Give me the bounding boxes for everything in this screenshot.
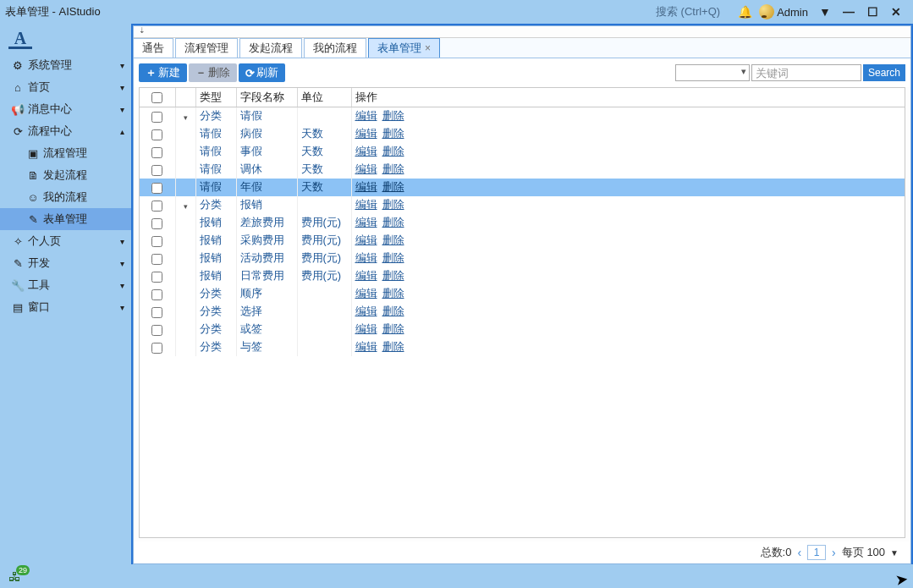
edit-link[interactable]: 编辑	[355, 269, 377, 282]
table-row[interactable]: 请假病假天数编辑删除	[140, 125, 905, 143]
filter-select[interactable]	[675, 64, 750, 81]
table-row[interactable]: ▾分类报销编辑删除	[140, 196, 905, 214]
table-row[interactable]: 请假年假天数编辑删除	[140, 179, 905, 196]
table-row[interactable]: 报销采购费用费用(元)编辑删除	[140, 232, 905, 250]
edit-link[interactable]: 编辑	[355, 216, 377, 228]
row-checkbox[interactable]	[151, 236, 162, 247]
sidebar-item[interactable]: ✎表单管理	[0, 208, 131, 230]
delete-button[interactable]: －删除	[189, 63, 237, 82]
sidebar-item[interactable]: ☺我的流程	[0, 186, 131, 208]
delete-link[interactable]: 删除	[382, 109, 404, 122]
edit-link[interactable]: 编辑	[355, 322, 377, 335]
table-row[interactable]: 分类或签编辑删除	[140, 321, 905, 338]
delete-link[interactable]: 删除	[382, 269, 404, 282]
col-action[interactable]: 操作	[351, 88, 905, 107]
delete-link[interactable]: 删除	[382, 234, 404, 246]
row-checkbox[interactable]	[151, 325, 162, 336]
col-type[interactable]: 类型	[195, 88, 236, 107]
delete-link[interactable]: 删除	[382, 251, 404, 264]
refresh-button[interactable]: ⟳刷新	[239, 63, 285, 82]
delete-link[interactable]: 删除	[382, 287, 404, 299]
edit-link[interactable]: 编辑	[355, 340, 377, 353]
row-checkbox[interactable]	[151, 165, 162, 176]
table-row[interactable]: 报销日常费用费用(元)编辑删除	[140, 267, 905, 285]
select-all-checkbox[interactable]	[151, 92, 162, 103]
table-row[interactable]: ▾分类请假编辑删除	[140, 107, 905, 125]
tab[interactable]: 通告	[134, 38, 173, 58]
table-row[interactable]: 请假事假天数编辑删除	[140, 143, 905, 161]
sidebar-item[interactable]: ▤窗口▾	[0, 296, 131, 318]
delete-link[interactable]: 删除	[382, 322, 404, 335]
sidebar-item[interactable]: 📢消息中心▾	[0, 98, 131, 120]
avatar[interactable]	[759, 4, 774, 19]
sidebar-item[interactable]: ✧个人页▾	[0, 230, 131, 252]
sidebar-item[interactable]: 🗎发起流程	[0, 164, 131, 186]
edit-link[interactable]: 编辑	[355, 287, 377, 299]
row-checkbox[interactable]	[151, 112, 162, 123]
row-checkbox[interactable]	[151, 218, 162, 229]
col-name[interactable]: 字段名称	[236, 88, 297, 107]
delete-link[interactable]: 删除	[382, 340, 404, 353]
row-checkbox[interactable]	[151, 307, 162, 318]
table-row[interactable]: 请假调休天数编辑删除	[140, 161, 905, 179]
delete-link[interactable]: 删除	[382, 145, 404, 157]
row-checkbox[interactable]	[151, 147, 162, 158]
row-checkbox[interactable]	[151, 183, 162, 194]
row-checkbox[interactable]	[151, 289, 162, 300]
pager-per-page-dropdown-icon[interactable]: ▼	[890, 548, 899, 558]
notification-tray-icon[interactable]: 🖧29	[8, 569, 21, 584]
row-checkbox[interactable]	[151, 343, 162, 354]
maximize-button[interactable]: ☐	[861, 3, 884, 20]
sidebar-item[interactable]: ⌂首页▾	[0, 76, 131, 98]
bell-icon[interactable]: 🔔	[738, 5, 752, 19]
sidebar-item[interactable]: ⟳流程中心▴	[0, 120, 131, 142]
col-unit[interactable]: 单位	[297, 88, 351, 107]
delete-link[interactable]: 删除	[382, 216, 404, 228]
minimize-button[interactable]: —	[837, 3, 861, 20]
search-button[interactable]: Search	[863, 64, 905, 81]
row-checkbox[interactable]	[151, 129, 162, 140]
tab[interactable]: 我的流程	[304, 38, 366, 58]
delete-link[interactable]: 删除	[382, 305, 404, 317]
edit-link[interactable]: 编辑	[355, 234, 377, 246]
edit-link[interactable]: 编辑	[355, 162, 377, 175]
row-checkbox[interactable]	[151, 201, 162, 212]
delete-link[interactable]: 删除	[382, 198, 404, 211]
tab-close-icon[interactable]: ×	[425, 42, 431, 54]
edit-link[interactable]: 编辑	[355, 198, 377, 211]
search-input[interactable]	[751, 64, 861, 81]
pager-per-page[interactable]: 每页 100	[842, 545, 885, 560]
app-logo[interactable]: A	[8, 29, 32, 49]
tab[interactable]: 发起流程	[239, 38, 302, 58]
edit-link[interactable]: 编辑	[355, 109, 377, 122]
edit-link[interactable]: 编辑	[355, 251, 377, 264]
global-search-hint[interactable]: 搜索 (Ctrl+Q)	[656, 4, 720, 19]
new-button[interactable]: ＋新建	[139, 63, 187, 82]
edit-link[interactable]: 编辑	[355, 127, 377, 140]
delete-link[interactable]: 删除	[382, 162, 404, 175]
menu-down-icon[interactable]: ▼	[813, 3, 837, 20]
username[interactable]: Admin	[777, 6, 808, 19]
expander-icon[interactable]: ▾	[181, 202, 190, 211]
edit-link[interactable]: 编辑	[355, 305, 377, 317]
close-button[interactable]: ✕	[884, 3, 908, 20]
tab[interactable]: 流程管理	[175, 38, 238, 58]
expander-icon[interactable]: ▾	[181, 113, 190, 122]
pager-prev[interactable]: ‹	[795, 546, 804, 559]
sidebar-item[interactable]: ▣流程管理	[0, 142, 131, 164]
delete-link[interactable]: 删除	[382, 127, 404, 140]
pager-next[interactable]: ›	[829, 546, 839, 559]
table-row[interactable]: 分类顺序编辑删除	[140, 285, 905, 303]
delete-link[interactable]: 删除	[382, 180, 404, 193]
row-checkbox[interactable]	[151, 254, 162, 265]
sidebar-item[interactable]: ⚙系统管理▾	[0, 54, 131, 76]
row-checkbox[interactable]	[151, 272, 162, 283]
tab[interactable]: 表单管理×	[368, 38, 440, 58]
edit-link[interactable]: 编辑	[355, 180, 377, 193]
sidebar-item[interactable]: 🔧工具▾	[0, 274, 131, 296]
edit-link[interactable]: 编辑	[355, 145, 377, 157]
table-row[interactable]: 分类选择编辑删除	[140, 303, 905, 321]
pager-page-input[interactable]	[807, 545, 826, 560]
table-row[interactable]: 分类与签编辑删除	[140, 338, 905, 356]
table-row[interactable]: 报销活动费用费用(元)编辑删除	[140, 250, 905, 267]
